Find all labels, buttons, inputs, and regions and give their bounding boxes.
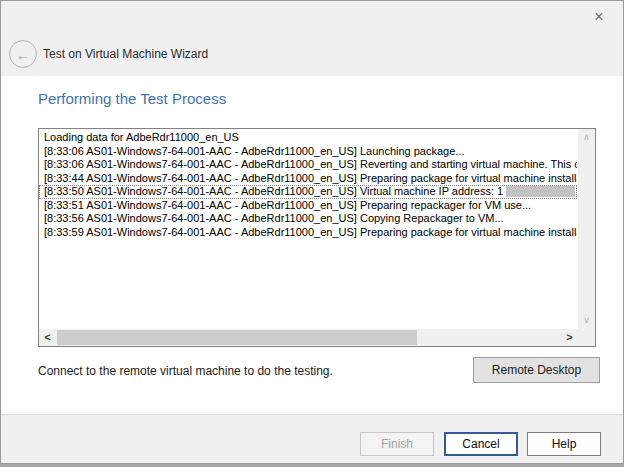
test-log-listbox[interactable]: Loading data for AdbeRdr11000_en_US [8:3… — [38, 128, 596, 347]
vertical-scrollbar[interactable]: ∧ ∨ — [578, 129, 595, 329]
button-bar: Finish Cancel Help — [1, 414, 623, 463]
remote-desktop-button[interactable]: Remote Desktop — [473, 357, 600, 383]
back-button[interactable]: ← — [9, 40, 37, 68]
wizard-page: Performing the Test Process Loading data… — [1, 76, 623, 415]
scroll-left-icon[interactable]: < — [39, 329, 56, 346]
close-icon[interactable]: × — [587, 6, 611, 28]
log-line[interactable]: [8:33:56 AS01-Windows7-64-001-AAC - Adbe… — [39, 212, 577, 226]
finish-button[interactable]: Finish — [360, 432, 434, 456]
scroll-down-icon[interactable]: ∨ — [578, 312, 595, 329]
log-rows: Loading data for AdbeRdr11000_en_US [8:3… — [39, 131, 577, 328]
log-line[interactable]: [8:33:44 AS01-Windows7-64-001-AAC - Adbe… — [39, 172, 577, 186]
help-button[interactable]: Help — [527, 432, 601, 456]
wizard-dialog: × ← Test on Virtual Machine Wizard Perfo… — [0, 0, 624, 464]
scroll-right-icon[interactable]: > — [561, 329, 578, 346]
scroll-up-icon[interactable]: ∧ — [578, 129, 595, 146]
cancel-button[interactable]: Cancel — [444, 432, 518, 456]
log-line-text: [8:33:50 AS01-Windows7-64-001-AAC - Adbe… — [44, 185, 503, 199]
scrollbar-corner — [578, 329, 595, 346]
log-line[interactable]: [8:33:59 AS01-Windows7-64-001-AAC - Adbe… — [39, 226, 577, 240]
horizontal-scrollbar[interactable]: < > — [39, 329, 578, 346]
log-line[interactable]: [8:33:06 AS01-Windows7-64-001-AAC - Adbe… — [39, 158, 577, 172]
page-title: Performing the Test Process — [38, 90, 226, 107]
log-line[interactable]: [8:33:06 AS01-Windows7-64-001-AAC - Adbe… — [39, 145, 577, 159]
log-line-selected[interactable]: [8:33:50 AS01-Windows7-64-001-AAC - Adbe… — [39, 185, 577, 199]
log-line[interactable]: [8:33:51 AS01-Windows7-64-001-AAC - Adbe… — [39, 199, 577, 213]
redacted-ip-block — [506, 186, 575, 197]
back-arrow-icon: ← — [16, 47, 31, 62]
log-line[interactable]: Loading data for AdbeRdr11000_en_US — [39, 131, 577, 145]
window-title: Test on Virtual Machine Wizard — [43, 47, 208, 61]
horizontal-scroll-thumb[interactable] — [57, 330, 417, 345]
connect-note: Connect to the remote virtual machine to… — [38, 364, 333, 378]
